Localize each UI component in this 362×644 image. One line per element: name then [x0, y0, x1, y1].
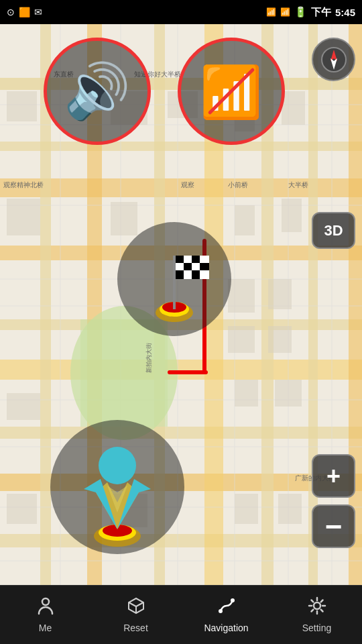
- 3d-label: 3D: [324, 222, 343, 239]
- location-marker[interactable]: [50, 420, 184, 554]
- zoom-in-button[interactable]: +: [312, 454, 355, 498]
- svg-rect-43: [228, 279, 255, 313]
- route-line-horizontal: [168, 370, 208, 374]
- nav-item-navigation[interactable]: Navigation: [181, 591, 272, 639]
- svg-text:观察: 观察: [181, 181, 194, 189]
- svg-rect-47: [7, 393, 40, 420]
- svg-rect-50: [7, 494, 37, 524]
- svg-rect-46: [268, 326, 292, 353]
- nav-navigation-label: Navigation: [204, 623, 248, 633]
- svg-rect-38: [282, 91, 305, 125]
- compass-button[interactable]: [312, 38, 355, 81]
- gear-icon: [308, 596, 326, 620]
- svg-rect-73: [200, 263, 209, 270]
- svg-rect-75: [192, 270, 200, 279]
- svg-rect-49: [275, 380, 302, 407]
- app-icon-1: 🟧: [19, 7, 30, 17]
- reset-icon: [127, 596, 145, 620]
- speaker-icon: 🔊: [64, 60, 131, 123]
- svg-rect-72: [184, 263, 192, 270]
- zoom-out-label: −: [325, 510, 343, 543]
- svg-point-89: [219, 609, 223, 613]
- svg-point-90: [231, 598, 235, 602]
- navigation-icon: [217, 596, 236, 620]
- signal-icon: 📶: [266, 7, 276, 17]
- circle-icon: ⊙: [7, 7, 15, 17]
- svg-rect-70: [176, 256, 184, 263]
- svg-point-79: [99, 447, 136, 484]
- signal-icon-2: 📶: [280, 7, 290, 17]
- 3d-button[interactable]: 3D: [312, 212, 355, 249]
- map-area[interactable]: 东直桥 知道你好大半桥 观察精神北桥 观察 小前桥 大半桥 广新的内大街 新拍内…: [0, 24, 362, 585]
- svg-rect-34: [7, 91, 37, 121]
- svg-line-87: [136, 602, 143, 606]
- svg-text:新拍内大街: 新拍内大街: [145, 343, 152, 373]
- location-marker-svg: [64, 425, 171, 549]
- status-bar: ⊙ 🟧 ✉ 📶 📶 🔋 下午 5:45: [0, 0, 362, 24]
- time-value: 5:45: [335, 7, 355, 18]
- svg-rect-44: [268, 279, 292, 309]
- svg-rect-6: [0, 360, 362, 380]
- nav-item-me[interactable]: Me: [0, 591, 90, 639]
- svg-rect-16: [349, 24, 362, 585]
- svg-point-91: [314, 602, 320, 609]
- nav-item-reset[interactable]: Reset: [90, 591, 181, 639]
- svg-point-84: [42, 598, 49, 605]
- svg-text:观察精神北桥: 观察精神北桥: [3, 181, 44, 189]
- svg-rect-68: [173, 256, 176, 309]
- gmail-icon: ✉: [34, 7, 42, 17]
- status-icons-left: ⊙ 🟧 ✉: [7, 7, 42, 17]
- nav-bar: Me Reset Navigation: [0, 585, 362, 644]
- flag-marker-svg: [134, 232, 215, 326]
- nav-me-label: Me: [39, 623, 52, 633]
- destination-marker[interactable]: [117, 222, 231, 336]
- wifi-icon: 📶: [200, 60, 263, 122]
- location-inner: [64, 425, 171, 549]
- svg-rect-39: [7, 199, 40, 235]
- nav-setting-label: Setting: [302, 623, 332, 633]
- svg-rect-41: [235, 205, 255, 235]
- zoom-in-label: +: [326, 462, 341, 490]
- svg-rect-48: [235, 380, 258, 407]
- sound-button[interactable]: 🔊: [44, 38, 151, 145]
- battery-icon: 🔋: [294, 6, 307, 18]
- person-icon: [36, 596, 55, 620]
- svg-rect-52: [235, 494, 258, 524]
- nav-item-setting[interactable]: Setting: [272, 591, 362, 639]
- svg-text:大半桥: 大半桥: [288, 181, 308, 189]
- zoom-out-button[interactable]: −: [312, 504, 355, 548]
- svg-rect-15: [308, 24, 318, 585]
- svg-text:小前桥: 小前桥: [228, 181, 248, 189]
- nav-reset-label: Reset: [123, 623, 148, 633]
- status-right: 📶 📶 🔋 下午 5:45: [266, 6, 355, 19]
- svg-line-86: [129, 602, 136, 606]
- flag-inner: [134, 232, 215, 326]
- svg-rect-74: [176, 270, 184, 279]
- compass-icon: [320, 46, 347, 73]
- time-display: 下午: [311, 6, 331, 19]
- svg-rect-45: [228, 326, 255, 353]
- svg-rect-71: [192, 256, 200, 263]
- svg-rect-42: [282, 199, 302, 232]
- svg-rect-53: [278, 494, 302, 524]
- wifi-button[interactable]: 📶: [178, 38, 285, 145]
